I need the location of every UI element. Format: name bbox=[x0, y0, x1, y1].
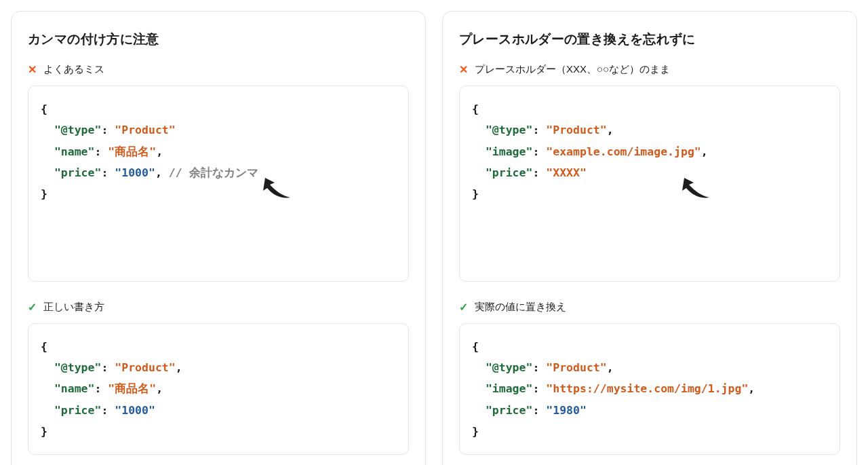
code-line: "image": "https://mysite.com/img/1.jpg", bbox=[472, 378, 827, 399]
code-line: "@type": "Product", bbox=[472, 119, 827, 141]
code-line: { bbox=[472, 98, 827, 119]
card-title: カンマの付け方に注意 bbox=[28, 31, 409, 48]
code-line: } bbox=[41, 421, 396, 442]
code-line: "price": "XXXX" bbox=[472, 162, 827, 183]
section-label-text: よくあるミス bbox=[43, 63, 104, 76]
section-label-bad: ✕ プレースホルダー（XXX、○○など）のまま bbox=[459, 63, 840, 76]
code-line: } bbox=[472, 421, 827, 442]
code-box-bad: { "@type": "Product", "image": "example.… bbox=[459, 86, 840, 282]
section-label-bad: ✕ よくあるミス bbox=[28, 63, 409, 76]
section-label-good: ✓ 実際の値に置き換え bbox=[459, 301, 840, 314]
code-line: "price": "1980" bbox=[472, 400, 827, 421]
cross-icon: ✕ bbox=[28, 63, 37, 76]
code-line: "name": "商品名", bbox=[41, 378, 396, 399]
code-line: { bbox=[41, 98, 396, 119]
check-icon: ✓ bbox=[28, 301, 37, 314]
cross-icon: ✕ bbox=[459, 63, 468, 76]
code-line: "name": "商品名", bbox=[41, 141, 396, 162]
code-box-good: { "@type": "Product", "image": "https://… bbox=[459, 323, 840, 455]
code-line: { bbox=[472, 336, 827, 357]
code-line: { bbox=[41, 336, 396, 357]
code-line: } bbox=[472, 183, 827, 204]
code-line: } bbox=[41, 183, 396, 204]
code-box-bad: { "@type": "Product" "name": "商品名", "pri… bbox=[28, 86, 409, 282]
section-label-text: プレースホルダー（XXX、○○など）のまま bbox=[475, 63, 670, 76]
section-label-text: 正しい書き方 bbox=[43, 301, 104, 314]
check-icon: ✓ bbox=[459, 301, 468, 314]
code-line: "price": "1000", // 余計なカンマ bbox=[41, 162, 396, 183]
card-comma: カンマの付け方に注意 ✕ よくあるミス { "@type": "Product"… bbox=[11, 11, 426, 465]
section-label-good: ✓ 正しい書き方 bbox=[28, 301, 409, 314]
code-line: "@type": "Product" bbox=[41, 119, 396, 141]
section-label-text: 実際の値に置き換え bbox=[475, 301, 566, 314]
card-title: プレースホルダーの置き換えを忘れずに bbox=[459, 31, 840, 48]
cards-container: カンマの付け方に注意 ✕ よくあるミス { "@type": "Product"… bbox=[11, 11, 857, 465]
code-line: "image": "example.com/image.jpg", bbox=[472, 141, 827, 162]
code-line: "@type": "Product", bbox=[41, 357, 396, 378]
card-placeholder: プレースホルダーの置き換えを忘れずに ✕ プレースホルダー（XXX、○○など）の… bbox=[442, 11, 857, 465]
code-line: "@type": "Product", bbox=[472, 357, 827, 378]
code-box-good: { "@type": "Product", "name": "商品名", "pr… bbox=[28, 323, 409, 455]
code-line: "price": "1000" bbox=[41, 400, 396, 421]
